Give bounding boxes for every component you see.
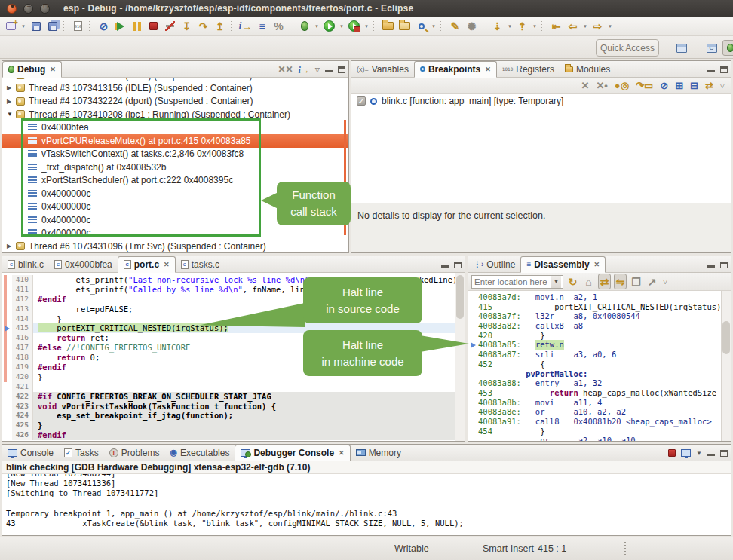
close-icon[interactable]: ✕ (594, 261, 600, 268)
view-menu-icon[interactable]: ▽ (720, 82, 725, 89)
tab-tasks-c[interactable]: c tasks.c (176, 256, 225, 273)
disassembly-listing[interactable]: 40083a7d: movi.n a2, 1415 portEXIT_CRITI… (468, 291, 731, 441)
quick-access-button[interactable]: Quick Access (596, 39, 659, 57)
tree-twistie-icon[interactable]: ▼ (7, 111, 16, 118)
previous-annotation-button[interactable]: ⇡ (514, 18, 530, 34)
close-icon[interactable]: ✕ (339, 449, 345, 457)
toggle-comment-button[interactable]: ✺ (464, 18, 480, 34)
tab-debug[interactable]: Debug ✕ (2, 61, 62, 78)
line-number[interactable]: 419 (12, 363, 33, 372)
debug-thread-row[interactable]: ▶Thread #3 1073413156 (IDLE) (Suspended … (2, 81, 348, 95)
display-console-button[interactable] (681, 449, 691, 457)
line-number[interactable]: 416 (12, 333, 33, 343)
scrollbar-thumb[interactable] (722, 321, 730, 354)
show-supported-breakpoints-button[interactable]: ●◎ (615, 80, 629, 91)
console-dropdown[interactable]: ▼ (696, 450, 702, 457)
maximize-view-icon[interactable] (720, 66, 728, 73)
step-over-button[interactable]: ↷ (195, 18, 211, 34)
maximize-view-icon[interactable] (338, 66, 345, 73)
window-close-button[interactable]: ● (7, 4, 17, 14)
line-number[interactable]: 413 (12, 304, 33, 314)
close-icon[interactable]: ✕ (485, 66, 491, 73)
line-number[interactable]: 421 (12, 382, 33, 392)
new-wizard-dropdown[interactable]: ▾ (20, 18, 27, 34)
link-with-debug-button[interactable]: ⇄ (705, 80, 713, 91)
tab-executables[interactable]: ◉ Executables (164, 445, 235, 461)
back-dropdown[interactable]: ▾ (581, 18, 589, 34)
breakpoint-item[interactable]: ✓ blink.c [function: app_main] [type: Te… (351, 94, 731, 108)
minimize-view-icon[interactable] (707, 262, 715, 268)
tree-twistie-icon[interactable]: ▶ (7, 243, 16, 249)
debug-thread-row[interactable]: ▼Thread #5 1073410208 (ipc1 : Running) (… (2, 108, 348, 121)
search-button[interactable] (413, 18, 429, 34)
skip-all-breakpoints-button[interactable]: ⊘ (96, 18, 112, 34)
tree-twistie-icon[interactable]: ▶ (7, 78, 16, 78)
window-maximize-button[interactable]: □ (40, 4, 50, 14)
search-dropdown[interactable]: ▾ (430, 18, 437, 34)
use-step-filters-button[interactable]: % (271, 18, 287, 34)
refresh-button[interactable]: ↻ (566, 274, 579, 289)
export-button[interactable]: ↗ (646, 274, 658, 289)
minimize-view-icon[interactable] (325, 66, 333, 72)
go-to-file-button[interactable]: ↷▭ (636, 80, 653, 91)
window-minimize-button[interactable]: – (23, 4, 33, 14)
line-number[interactable]: 414 (12, 314, 33, 324)
maximize-view-icon[interactable] (454, 262, 462, 268)
instruction-stepping-button[interactable]: ≡ (254, 18, 270, 34)
expand-all-button[interactable]: ⊞ (675, 80, 683, 91)
tab-debugger-console[interactable]: Debugger Console ✕ (235, 445, 350, 461)
home-button[interactable]: ⌂ (582, 274, 595, 289)
line-number[interactable]: 424 (12, 411, 33, 421)
minimize-view-icon[interactable] (707, 450, 715, 456)
debug-dropdown[interactable]: ▾ (313, 18, 320, 34)
external-tools-dropdown[interactable]: ▾ (363, 18, 370, 34)
line-number[interactable]: 420 (12, 372, 33, 382)
tab-console[interactable]: Console (2, 445, 59, 461)
cpp-perspective-button[interactable]: C (704, 40, 719, 56)
debug-perspective-button[interactable] (722, 40, 733, 56)
tab-modules[interactable]: Modules (560, 61, 615, 78)
terminate-button[interactable] (146, 18, 161, 34)
back-button[interactable]: ⇦ (565, 18, 581, 34)
tab-0x4000bfea[interactable]: c 0x4000bfea (49, 256, 118, 273)
remove-breakpoint-button[interactable]: ✕ (581, 80, 589, 91)
close-icon[interactable]: ✕ (164, 261, 170, 268)
tab-registers[interactable]: 1010 Registers (497, 61, 560, 78)
tab-variables[interactable]: (x)= Variables (351, 61, 414, 78)
step-into-selection-view-button[interactable]: i→ (299, 63, 310, 76)
step-return-button[interactable]: ↥ (212, 18, 228, 34)
save-button[interactable] (28, 18, 44, 34)
maximize-view-icon[interactable] (720, 450, 728, 457)
tree-twistie-icon[interactable]: ▶ (7, 98, 16, 105)
stack-frame-row[interactable]: vTaskSwitchContext() at tasks.c:2,846 0x… (2, 148, 348, 161)
view-menu-icon[interactable]: ▽ (315, 66, 320, 73)
disassembly-scrollbar[interactable] (721, 291, 731, 441)
line-number[interactable]: 417 (12, 343, 33, 353)
line-number[interactable]: 415 (12, 323, 33, 333)
line-number[interactable]: 411 (12, 285, 33, 295)
step-into-selection-button[interactable]: i→ (238, 18, 253, 34)
external-tools-button[interactable] (346, 18, 362, 34)
stack-frame-row[interactable]: _frxt_dispatch() at 0x4008532b (2, 161, 348, 174)
tab-breakpoints[interactable]: Breakpoints ✕ (414, 61, 497, 78)
tree-twistie-icon[interactable]: ▶ (7, 84, 16, 91)
skip-all-breakpoints-button[interactable]: ⊘ (660, 80, 668, 91)
line-number[interactable]: 422 (12, 392, 33, 402)
show-source-button[interactable]: ⇋ (614, 274, 627, 289)
mark-occurrences-button[interactable]: ✎ (447, 18, 463, 34)
collapse-all-button[interactable]: ⊟ (690, 80, 698, 91)
forward-button[interactable]: ⇨ (590, 18, 606, 34)
scrollbar-thumb[interactable] (456, 275, 464, 319)
tab-outline[interactable]: ⋮› Outline (468, 256, 520, 273)
debug-tree[interactable]: ▶Thread #2 1073413312 (IDLE) (Suspended … (2, 78, 348, 252)
open-binary-button[interactable]: 010 (70, 18, 86, 34)
open-perspective-button[interactable] (673, 40, 689, 56)
copy-button[interactable]: ❐ (630, 274, 643, 289)
step-into-button[interactable]: ↧ (179, 18, 195, 34)
open-resource-button[interactable] (397, 18, 413, 34)
forward-dropdown[interactable]: ▾ (606, 18, 614, 34)
stack-frame-row[interactable]: vPortCPUReleaseMutex() at port.c:415 0x4… (2, 134, 348, 148)
location-dropdown[interactable]: ▼ (551, 276, 561, 288)
view-menu-icon[interactable]: ▽ (663, 278, 667, 285)
console-output[interactable]: [New Thread 1073468744][New Thread 10734… (2, 474, 731, 535)
